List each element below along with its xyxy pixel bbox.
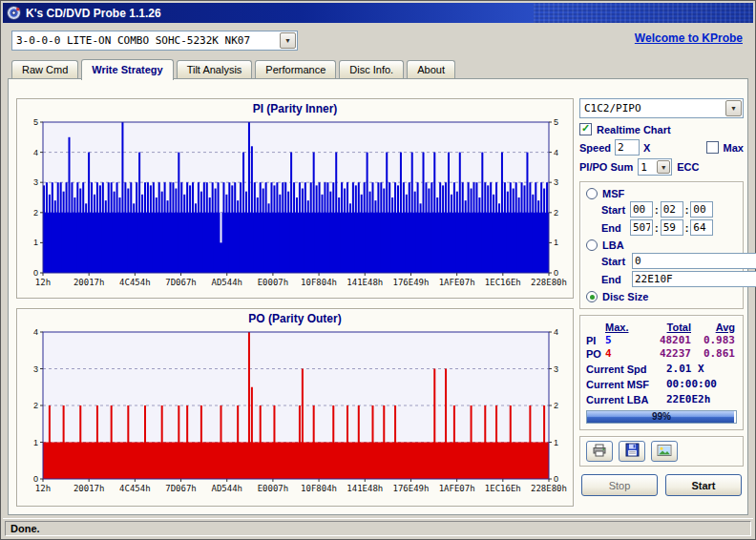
realtime-chart-option[interactable]: Realtime Chart	[579, 123, 744, 135]
stats-table: Max. Total Avg PI 5 48201 0.983 PO 4 422…	[586, 322, 737, 360]
po-chart: 001122334412h20017h4C454h7D067hAD544hE00…	[17, 327, 573, 498]
save-button[interactable]	[619, 441, 645, 462]
msf-end-row: End : :	[586, 219, 737, 236]
current-msf-row: Current MSF 00:00:00	[586, 378, 737, 390]
current-msf-value: 00:00:00	[666, 378, 737, 390]
svg-text:141E48h: 141E48h	[346, 484, 383, 493]
po-max-value: 4	[605, 347, 634, 360]
scan-buttons-row: Stop Start	[579, 474, 744, 496]
msf-start-min-input[interactable]	[630, 201, 653, 218]
msf-end-frame-input[interactable]	[690, 219, 713, 236]
pipo-sum-value: 1	[640, 161, 647, 174]
stats-header-max: Max.	[605, 322, 634, 333]
realtime-checkbox[interactable]	[579, 123, 592, 135]
pipo-sum-row: PI/PO Sum 1 ECC	[579, 158, 744, 176]
pi-max-value: 5	[605, 334, 634, 346]
floppy-disk-icon	[625, 443, 640, 460]
svg-text:4: 4	[33, 148, 38, 157]
svg-text:1: 1	[33, 438, 38, 447]
svg-text:2: 2	[554, 208, 558, 218]
current-msf-label: Current MSF	[586, 379, 666, 390]
colon-separator: :	[685, 204, 689, 216]
speed-input[interactable]	[615, 139, 640, 156]
app-cd-icon	[7, 6, 21, 20]
msf-end-sec-input[interactable]	[661, 219, 683, 236]
msf-end-min-input[interactable]	[630, 219, 653, 236]
lba-end-label: End	[601, 274, 630, 285]
svg-text:20017h: 20017h	[74, 484, 105, 493]
svg-text:0: 0	[33, 268, 38, 278]
snapshot-button[interactable]	[651, 441, 678, 462]
range-group: MSF Start : : End : :	[579, 181, 744, 309]
speed-unit-label: X	[643, 142, 650, 154]
disc-size-radio-row[interactable]: Disc Size	[586, 291, 737, 302]
pipo-sum-select[interactable]: 1	[638, 158, 672, 176]
tab-tilt-analysis[interactable]: Tilt Analysis	[177, 60, 253, 78]
welcome-link[interactable]: Welcome to KProbe	[635, 31, 743, 45]
tab-performance[interactable]: Performance	[255, 60, 336, 78]
msf-radio-row[interactable]: MSF	[586, 188, 737, 199]
svg-text:20017h: 20017h	[74, 278, 105, 287]
print-button[interactable]	[586, 441, 613, 462]
tab-raw-cmd[interactable]: Raw Cmd	[11, 60, 78, 78]
msf-start-sec-input[interactable]	[661, 201, 683, 218]
status-bar: Done.	[3, 518, 753, 537]
msf-radio[interactable]	[586, 188, 598, 199]
svg-text:1AFE07h: 1AFE07h	[439, 484, 475, 493]
chevron-down-icon[interactable]	[725, 100, 742, 116]
chevron-down-icon[interactable]	[280, 32, 296, 49]
svg-text:4: 4	[554, 148, 558, 157]
tab-disc-info[interactable]: Disc Info.	[339, 60, 404, 78]
control-panel: C1C2/PIPO Realtime Chart Speed X Max PI/…	[579, 98, 744, 496]
po-chart-title: PO (Parity Outer)	[17, 312, 573, 327]
start-button[interactable]: Start	[665, 474, 742, 496]
svg-text:E0007h: E0007h	[258, 278, 289, 287]
max-label: Max	[724, 142, 744, 154]
lba-start-row: Start h	[586, 253, 737, 269]
po-total-value: 42237	[634, 347, 691, 360]
titlebar[interactable]: K's CD/DVD Probe 1.1.26	[3, 3, 753, 23]
svg-text:5: 5	[33, 117, 38, 127]
svg-text:228E80h: 228E80h	[531, 484, 567, 493]
po-chart-panel: PO (Parity Outer) 001122334412h20017h4C4…	[16, 308, 574, 507]
svg-text:228E80h: 228E80h	[531, 278, 567, 287]
printer-icon	[592, 444, 607, 460]
stop-button[interactable]: Stop	[581, 474, 658, 496]
lba-radio-row[interactable]: LBA	[586, 239, 737, 251]
svg-text:3: 3	[554, 177, 558, 187]
lba-end-input[interactable]	[632, 271, 756, 287]
chevron-down-icon[interactable]	[657, 160, 670, 174]
svg-text:2: 2	[33, 401, 38, 410]
msf-start-row: Start : :	[586, 201, 737, 218]
pi-avg-value: 0.983	[691, 334, 735, 346]
disc-size-radio[interactable]	[586, 291, 598, 302]
msf-start-frame-input[interactable]	[690, 201, 713, 218]
svg-text:10F804h: 10F804h	[301, 484, 337, 493]
svg-text:4C454h: 4C454h	[119, 278, 151, 287]
drive-select[interactable]: 3-0-0-0 LITE-ON COMBO SOHC-5232K NK07	[11, 31, 298, 51]
svg-text:0: 0	[554, 268, 558, 278]
pipo-sum-label: PI/PO Sum	[579, 161, 633, 173]
speed-label: Speed	[579, 142, 611, 154]
disc-size-label: Disc Size	[602, 291, 648, 302]
svg-text:7D067h: 7D067h	[165, 278, 197, 287]
status-message: Done.	[5, 521, 751, 536]
msf-end-label: End	[601, 222, 630, 234]
pi-total-value: 48201	[634, 334, 691, 346]
lba-start-input[interactable]	[632, 253, 756, 269]
main-panel: PI (Parity Inner) 00112233445512h20017h4…	[8, 78, 748, 515]
svg-text:7D067h: 7D067h	[165, 484, 197, 493]
tab-about[interactable]: About	[407, 60, 455, 78]
svg-text:4C454h: 4C454h	[119, 484, 151, 493]
current-lba-label: Current LBA	[586, 394, 666, 405]
max-checkbox[interactable]	[706, 141, 719, 154]
svg-text:1EC16Eh: 1EC16Eh	[485, 484, 521, 493]
svg-text:10F804h: 10F804h	[301, 278, 337, 287]
svg-text:3: 3	[33, 364, 38, 374]
colon-separator: :	[685, 222, 689, 234]
mode-select[interactable]: C1C2/PIPO	[579, 98, 744, 118]
lba-radio[interactable]	[586, 239, 598, 251]
ecc-label: ECC	[677, 161, 699, 173]
tab-write-strategy[interactable]: Write Strategy	[81, 59, 173, 80]
speed-row: Speed X Max	[579, 139, 744, 156]
